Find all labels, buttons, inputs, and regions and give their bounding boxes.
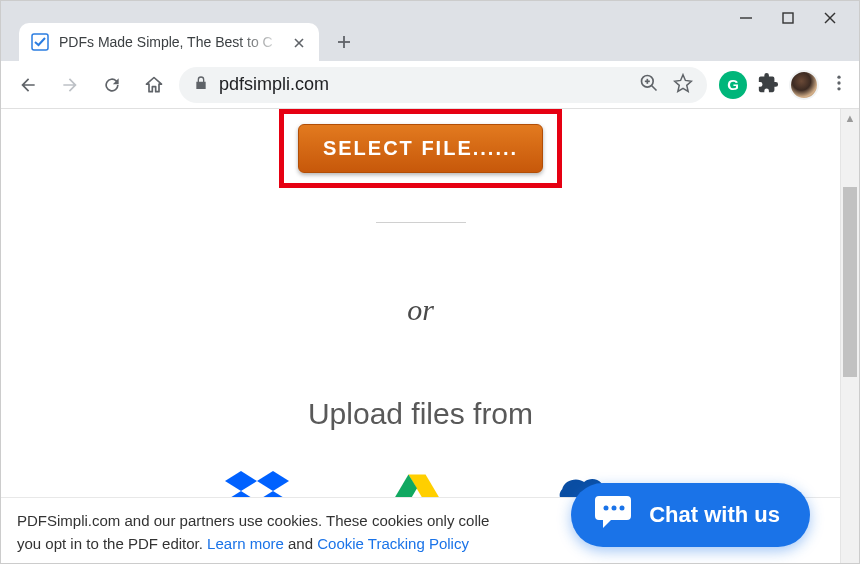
chat-widget-button[interactable]: Chat with us — [571, 483, 810, 547]
zoom-icon[interactable] — [639, 73, 659, 97]
cookie-policy-link[interactable]: Cookie Tracking Policy — [317, 535, 469, 552]
nav-back-button[interactable] — [11, 68, 45, 102]
window-close-button[interactable] — [823, 11, 837, 25]
svg-rect-1 — [783, 13, 793, 23]
profile-avatar[interactable] — [789, 70, 819, 100]
cookie-text-line2: you opt in to the PDF editor. — [17, 535, 207, 552]
chat-label: Chat with us — [649, 502, 780, 528]
extensions-puzzle-icon[interactable] — [757, 72, 779, 98]
select-file-highlight: SELECT FILE...... — [279, 109, 562, 188]
browser-toolbar: pdfsimpli.com G — [1, 61, 859, 109]
browser-tabstrip: PDFs Made Simple, The Best to C — [1, 17, 859, 61]
nav-reload-button[interactable] — [95, 68, 129, 102]
window-maximize-button[interactable] — [781, 11, 795, 25]
svg-point-13 — [837, 75, 840, 78]
page-content: SELECT FILE...... or Upload files from — [1, 109, 840, 564]
window-titlebar — [1, 1, 859, 17]
vertical-scrollbar[interactable]: ▲ — [840, 109, 859, 564]
address-bar[interactable]: pdfsimpli.com — [179, 67, 707, 103]
nav-home-button[interactable] — [137, 68, 171, 102]
url-text: pdfsimpli.com — [219, 74, 329, 95]
new-tab-button[interactable] — [329, 27, 359, 57]
window-minimize-button[interactable] — [739, 11, 753, 25]
tab-title: PDFs Made Simple, The Best to C — [59, 34, 283, 50]
svg-point-15 — [837, 87, 840, 90]
cookie-and-text: and — [284, 535, 317, 552]
upload-from-heading: Upload files from — [308, 397, 533, 431]
select-file-button[interactable]: SELECT FILE...... — [298, 124, 543, 173]
svg-point-17 — [612, 506, 617, 511]
svg-point-14 — [837, 81, 840, 84]
chat-bubble-icon — [593, 494, 633, 536]
horizontal-divider — [376, 222, 466, 223]
nav-forward-button[interactable] — [53, 68, 87, 102]
tab-close-icon[interactable] — [293, 35, 307, 49]
svg-line-10 — [652, 85, 657, 90]
grammarly-extension-icon[interactable]: G — [719, 71, 747, 99]
cookie-learn-more-link[interactable]: Learn more — [207, 535, 284, 552]
bookmark-star-icon[interactable] — [673, 73, 693, 97]
svg-point-16 — [604, 506, 609, 511]
lock-icon — [193, 75, 209, 95]
scroll-up-arrow-icon[interactable]: ▲ — [841, 109, 859, 127]
scrollbar-thumb[interactable] — [843, 187, 857, 377]
cookie-text-line1: PDFSimpli.com and our partners use cooki… — [17, 512, 489, 529]
or-separator-text: or — [407, 293, 434, 327]
browser-tab-active[interactable]: PDFs Made Simple, The Best to C — [19, 23, 319, 61]
chrome-menu-icon[interactable] — [829, 73, 849, 97]
svg-point-18 — [620, 506, 625, 511]
tab-favicon-icon — [31, 33, 49, 51]
viewport: SELECT FILE...... or Upload files from — [1, 109, 859, 564]
